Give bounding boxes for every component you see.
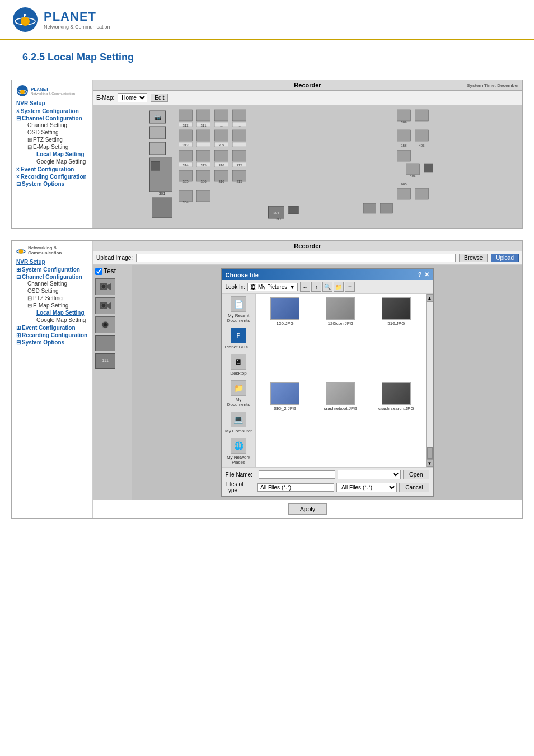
sidebar2-channel-setting[interactable]: Channel Setting bbox=[23, 280, 88, 287]
sidebar1-system-config[interactable]: × System Configuration bbox=[16, 108, 88, 114]
sidebar1-localmap[interactable]: Local Map Setting bbox=[32, 151, 88, 158]
file-name-5: crashreboot.JPG bbox=[324, 406, 357, 411]
sidebar2-group-system-options: ⊟ System Options bbox=[16, 339, 88, 346]
sidebar2-event-config[interactable]: ⊞ Event Configuration bbox=[16, 325, 88, 331]
ch-config-prefix2: ⊟ bbox=[16, 274, 21, 280]
edit-btn1[interactable]: Edit bbox=[151, 94, 168, 102]
sidebar1-event-config[interactable]: × Event Configuration bbox=[16, 166, 88, 172]
upload-label: Upload Image: bbox=[96, 255, 133, 261]
upload-input[interactable] bbox=[136, 254, 456, 262]
sidebar2-localmap[interactable]: Local Map Setting bbox=[32, 309, 88, 316]
sidebar2-recording-config[interactable]: ⊞ Recarding Configuration bbox=[16, 332, 88, 338]
sidebar1-recording-config[interactable]: × Recording Configuration bbox=[16, 174, 88, 180]
dialog-area: Choose file ? ✕ Look In: 🖼 My Pictures bbox=[132, 265, 522, 500]
toolbar-view-btn[interactable]: ≡ bbox=[345, 282, 355, 292]
dialog-nav-network[interactable]: 🌐 My Network Places bbox=[224, 438, 253, 465]
sidebar1-ptz-setting[interactable]: ⊞PTZ Setting bbox=[23, 136, 88, 143]
open-button[interactable]: Open bbox=[403, 470, 429, 479]
scroll-up-btn[interactable]: ▲ bbox=[427, 294, 433, 302]
svg-marker-91 bbox=[107, 302, 111, 309]
test-checkbox[interactable] bbox=[95, 268, 102, 275]
system-time1: System Time: December bbox=[467, 83, 519, 88]
svg-text:309: 309 bbox=[401, 120, 407, 124]
map-visual1: 📷 301 bbox=[93, 105, 522, 228]
nav-mycomp-label: My Computer bbox=[225, 428, 252, 433]
dialog-title-text: Choose file bbox=[226, 272, 259, 278]
sidebar1-channel-setting[interactable]: Channel Setting bbox=[23, 122, 88, 129]
filetype-select[interactable]: All Files (*.*) bbox=[336, 483, 397, 492]
filename-select[interactable] bbox=[338, 470, 401, 479]
toolbar-back-btn[interactable]: ← bbox=[300, 282, 310, 292]
scroll-thumb[interactable] bbox=[427, 447, 433, 459]
file-item-1[interactable]: 120.JPG bbox=[259, 297, 311, 379]
sidebar2-googlemap[interactable]: Google Map Setting bbox=[32, 316, 88, 324]
sidebar2-system-config[interactable]: ⊞ System Configuration bbox=[16, 267, 88, 273]
svg-rect-26 bbox=[215, 130, 228, 141]
sidebar2-system-options[interactable]: ⊟ System Options bbox=[16, 339, 88, 346]
file-item-4[interactable]: SIO_2.JPG bbox=[259, 382, 311, 464]
scroll-down-btn[interactable]: ▼ bbox=[427, 459, 433, 467]
apply-button[interactable]: Apply bbox=[288, 503, 327, 515]
sidebar2-ptz-setting[interactable]: ⊟PTZ Setting bbox=[23, 295, 88, 302]
page-title-area: 6.2.5 Local Map Setting bbox=[0, 40, 534, 74]
sidebar1-channel-config[interactable]: ⊟ Channel Configuration bbox=[16, 115, 88, 122]
dialog-nav-recent[interactable]: 📄 My Recent Documents bbox=[224, 296, 253, 323]
dialog-nav-desktop[interactable]: 🖥 Desktop bbox=[230, 354, 246, 376]
svg-text:...: ... bbox=[202, 143, 205, 147]
filetype-field: Files of Type: All Files (*.*) Cancel bbox=[226, 481, 429, 493]
svg-rect-83 bbox=[381, 203, 393, 213]
sys-opt-prefix2: ⊟ bbox=[16, 339, 21, 346]
cancel-button[interactable]: Cancel bbox=[399, 483, 429, 492]
svg-rect-38 bbox=[215, 150, 228, 161]
dialog-nav-mydocs[interactable]: 📁 My Documents bbox=[224, 380, 253, 407]
toolbar-newfolder-btn[interactable]: 📁 bbox=[334, 282, 344, 292]
svg-text:...: ... bbox=[238, 143, 241, 147]
file-item-5[interactable]: crashreboot.JPG bbox=[315, 382, 367, 464]
sidebar1-system-options[interactable]: ⊟ System Options bbox=[16, 181, 88, 187]
file-item-6[interactable]: crash search.JPG bbox=[370, 382, 422, 464]
dialog-nav-mycomp[interactable]: 💻 My Computer bbox=[225, 412, 252, 433]
nav-network-icon: 🌐 bbox=[231, 438, 246, 454]
dialog-close-btn[interactable]: ✕ bbox=[424, 271, 429, 278]
toolbar-up-btn[interactable]: ↑ bbox=[311, 282, 321, 292]
file-thumb-5 bbox=[326, 382, 355, 405]
svg-text:600: 600 bbox=[401, 183, 407, 186]
ev-config-prefix2: ⊞ bbox=[16, 325, 21, 331]
page-header: P PLANET Networking & Communication bbox=[0, 0, 534, 40]
upload-button[interactable]: Upload bbox=[491, 254, 519, 262]
lookin-dropdown-arrow: ▼ bbox=[289, 284, 295, 290]
filename-input[interactable] bbox=[259, 470, 335, 479]
sidebar1-nvr-title[interactable]: NVR Setup bbox=[16, 100, 88, 106]
svg-rect-73 bbox=[424, 164, 433, 172]
sidebar1-osd-setting[interactable]: OSD Setting bbox=[23, 129, 88, 136]
lookin-select[interactable]: 🖼 My Pictures ▼ bbox=[247, 283, 298, 291]
choose-file-dialog: Choose file ? ✕ Look In: 🖼 My Pictures bbox=[221, 268, 434, 497]
sidebar2-channel-config[interactable]: ⊟ Channel Configuration bbox=[16, 274, 88, 280]
svg-text:315: 315 bbox=[236, 164, 242, 167]
recording-config-label: Recording Configuration bbox=[21, 174, 87, 180]
filetype-input[interactable] bbox=[257, 483, 334, 492]
sidebar1-googlemap[interactable]: Google Map Setting bbox=[32, 158, 88, 165]
svg-rect-80 bbox=[289, 206, 299, 214]
test-checkbox-area: Test bbox=[95, 267, 129, 275]
toolbar-search-btn[interactable]: 🔍 bbox=[322, 282, 332, 292]
sidebar2-emap-setting[interactable]: ⊟E-Map Setting bbox=[23, 302, 88, 309]
file-item-3[interactable]: 510.JPG bbox=[370, 297, 422, 379]
svg-rect-24 bbox=[179, 130, 193, 141]
sidebar2-nvr-title[interactable]: NVR Setup bbox=[16, 259, 88, 265]
sidebar2-osd-setting[interactable]: OSD Setting bbox=[23, 287, 88, 295]
file-item-2[interactable]: 120icon.JPG bbox=[315, 297, 367, 379]
dialog-scrollbar[interactable]: ▲ ▼ bbox=[426, 294, 433, 467]
file-name-1: 120.JPG bbox=[277, 321, 294, 326]
sidebar1-emap-setting[interactable]: ⊟E-Map Setting bbox=[23, 143, 88, 151]
system-options-label1: System Options bbox=[22, 181, 64, 187]
dialog-help-btn[interactable]: ? bbox=[418, 271, 422, 278]
left-cam-list: 111 bbox=[95, 278, 129, 369]
sidebar2-group-recording: ⊞ Recarding Configuration bbox=[16, 332, 88, 338]
file-name-2: 120icon.JPG bbox=[328, 321, 354, 326]
sys-opt-label2: System Options bbox=[22, 339, 64, 346]
browse-button[interactable]: Browse bbox=[459, 254, 488, 262]
emap-select1[interactable]: Home bbox=[118, 93, 147, 102]
dialog-nav-planet[interactable]: P Planet BOX... bbox=[225, 328, 252, 349]
left-cam-3 bbox=[95, 316, 115, 333]
